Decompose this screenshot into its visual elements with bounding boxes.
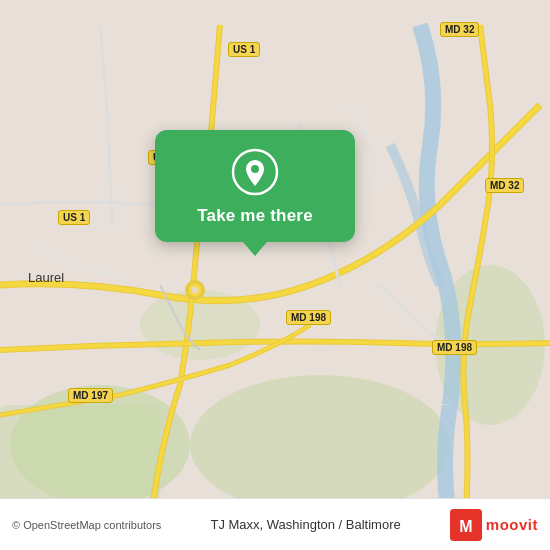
road-label-md197-bottom: MD 197 <box>68 388 113 403</box>
road-label-md32-top: MD 32 <box>440 22 479 37</box>
svg-point-7 <box>190 285 200 295</box>
location-pin-icon <box>231 148 279 196</box>
svg-point-2 <box>190 375 450 515</box>
take-me-there-button[interactable]: Take me there <box>197 206 313 226</box>
bottom-bar: © OpenStreetMap contributors TJ Maxx, Wa… <box>0 498 550 550</box>
road-label-md32-right: MD 32 <box>485 178 524 193</box>
map-container: US 1 MD 32 US 1 US 1 MD 32 MD 198 MD 198… <box>0 0 550 550</box>
place-info: TJ Maxx, Washington / Baltimore <box>210 517 400 532</box>
road-label-us1-top: US 1 <box>228 42 260 57</box>
moovit-logo: M moovit <box>450 509 538 541</box>
svg-point-9 <box>251 165 259 173</box>
moovit-text: moovit <box>486 516 538 533</box>
popup-card: Take me there <box>155 130 355 242</box>
svg-text:M: M <box>459 518 472 535</box>
road-label-us1-left: US 1 <box>58 210 90 225</box>
road-label-md198-center: MD 198 <box>286 310 331 325</box>
road-label-md198-right: MD 198 <box>432 340 477 355</box>
moovit-logo-icon: M <box>450 509 482 541</box>
map-attribution: © OpenStreetMap contributors <box>12 519 161 531</box>
city-label-laurel: Laurel <box>28 270 64 285</box>
